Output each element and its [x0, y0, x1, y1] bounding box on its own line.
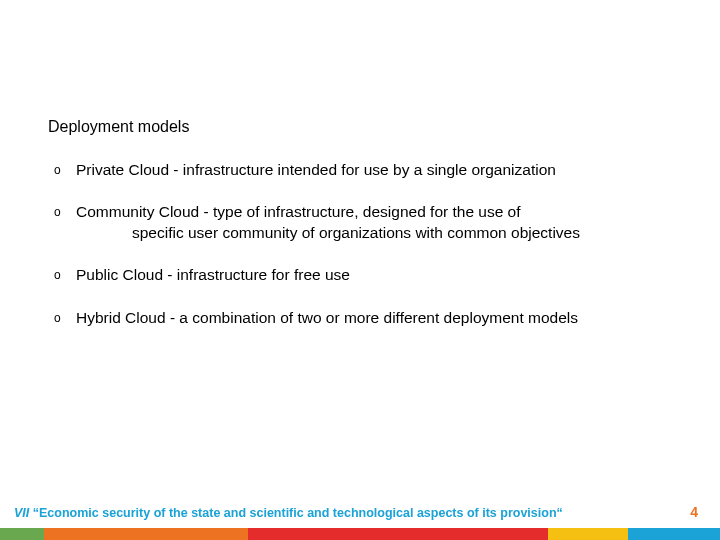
stripe-segment	[628, 528, 720, 540]
list-item: Community Cloud - type of infrastructure…	[48, 202, 672, 243]
list-item: Private Cloud - infrastructure intended …	[48, 160, 672, 180]
list-item-text: Private Cloud - infrastructure intended …	[76, 161, 556, 178]
content-area: Deployment models Private Cloud - infras…	[48, 118, 672, 350]
footer-title: “Economic security of the state and scie…	[33, 506, 563, 520]
slide-title: Deployment models	[48, 118, 672, 136]
stripe-segment	[0, 528, 44, 540]
stripe-segment	[248, 528, 548, 540]
list-item-continuation: specific user community of organizations…	[76, 223, 672, 243]
list-item: Hybrid Cloud - a combination of two or m…	[48, 308, 672, 328]
list-item-text: Public Cloud - infrastructure for free u…	[76, 266, 350, 283]
list-item-text: Hybrid Cloud - a combination of two or m…	[76, 309, 578, 326]
footer-caption: VII “Economic security of the state and …	[14, 506, 563, 520]
bullet-list: Private Cloud - infrastructure intended …	[48, 160, 672, 328]
stripe-segment	[548, 528, 628, 540]
slide: Deployment models Private Cloud - infras…	[0, 0, 720, 540]
footer-stripe	[0, 528, 720, 540]
list-item-text: Community Cloud - type of infrastructure…	[76, 203, 521, 220]
page-number: 4	[690, 504, 698, 520]
stripe-segment	[44, 528, 248, 540]
footer-roman: VII	[14, 506, 29, 520]
list-item: Public Cloud - infrastructure for free u…	[48, 265, 672, 285]
